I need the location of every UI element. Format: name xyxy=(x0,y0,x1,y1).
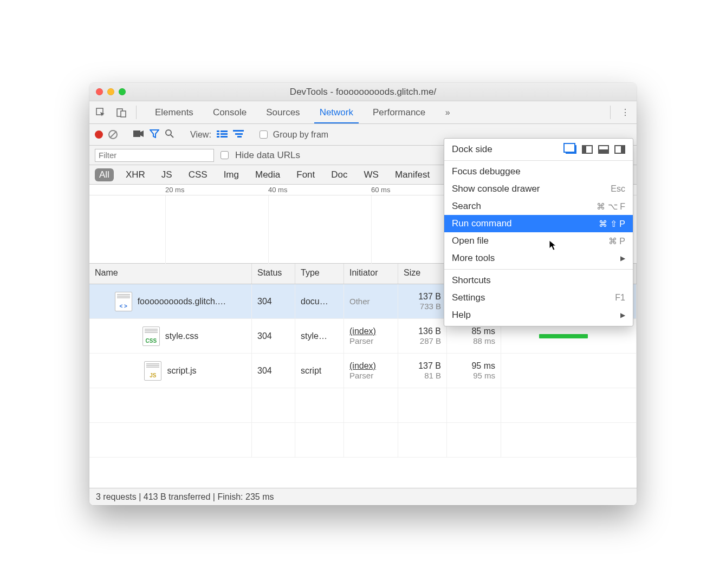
menu-item-label: Focus debuggee xyxy=(452,166,521,177)
menu-shortcut: F1 xyxy=(615,293,625,303)
dock-side-label: Dock side xyxy=(452,144,492,155)
request-name: script.js xyxy=(167,366,196,376)
svg-rect-3 xyxy=(133,130,140,137)
type-filter-img[interactable]: Img xyxy=(219,168,243,181)
cell-time: 95 ms95 ms xyxy=(447,354,501,388)
column-size[interactable]: Size xyxy=(398,264,447,284)
type-filter-ws[interactable]: WS xyxy=(360,168,383,181)
column-type[interactable]: Type xyxy=(295,264,344,284)
type-filter-css[interactable]: CSS xyxy=(184,168,212,181)
tab-performance[interactable]: Performance xyxy=(363,101,435,123)
hide-data-urls-label: Hide data URLs xyxy=(235,150,300,161)
file-html-icon: < > xyxy=(115,292,132,311)
kebab-menu-icon[interactable]: ⋮ xyxy=(617,101,633,123)
menu-item-label: Open file xyxy=(452,236,489,246)
close-window-button[interactable] xyxy=(96,88,103,95)
menu-item-search[interactable]: Search⌘ ⌥ F xyxy=(444,198,633,215)
cell-initiator: (index)Parser xyxy=(344,319,398,353)
main-tabs: ElementsConsoleSourcesNetworkPerformance xyxy=(145,101,435,123)
type-filter-all[interactable]: All xyxy=(95,168,114,181)
menu-item-more-tools[interactable]: More tools▶ xyxy=(444,250,633,267)
tab-network[interactable]: Network xyxy=(310,101,363,123)
menu-item-show-console-drawer[interactable]: Show console drawerEsc xyxy=(444,180,633,198)
menu-item-shortcuts[interactable]: Shortcuts xyxy=(444,272,633,289)
main-tabs-row: ElementsConsoleSourcesNetworkPerformance… xyxy=(89,101,637,124)
menu-item-help[interactable]: Help▶ xyxy=(444,306,633,324)
dock-right-icon[interactable] xyxy=(614,145,625,154)
cell-status: 304 xyxy=(252,354,295,388)
column-name[interactable]: Name xyxy=(89,264,252,284)
svg-rect-6 xyxy=(217,130,219,132)
menu-item-label: Shortcuts xyxy=(452,275,491,286)
titlebar: DevTools - fooooooooods.glitch.me/ xyxy=(89,83,637,101)
menu-item-label: Show console drawer xyxy=(452,184,540,194)
svg-point-4 xyxy=(166,130,171,135)
column-initiator[interactable]: Initiator xyxy=(344,264,398,284)
menu-item-open-file[interactable]: Open file⌘ P xyxy=(444,232,633,250)
type-filter-doc[interactable]: Doc xyxy=(327,168,352,181)
request-name: style.css xyxy=(165,331,198,341)
dock-left-icon[interactable] xyxy=(582,145,593,154)
view-label: View: xyxy=(190,130,211,140)
filter-input[interactable] xyxy=(95,149,214,162)
timeline-tick: 20 ms xyxy=(165,186,184,194)
submenu-arrow-icon: ▶ xyxy=(620,254,625,262)
camera-icon[interactable] xyxy=(133,130,144,140)
menu-item-label: Run command xyxy=(452,218,512,229)
menu-shortcut: ⌘ P xyxy=(608,236,625,246)
initiator-parser: Parser xyxy=(349,371,392,380)
dock-bottom-icon[interactable] xyxy=(598,145,609,154)
minimize-window-button[interactable] xyxy=(107,88,114,95)
type-filter-js[interactable]: JS xyxy=(157,168,177,181)
menu-item-settings[interactable]: SettingsF1 xyxy=(444,289,633,306)
inspect-element-icon[interactable] xyxy=(93,101,109,123)
svg-rect-7 xyxy=(221,130,228,132)
large-rows-icon[interactable] xyxy=(217,130,228,140)
type-filter-xhr[interactable]: XHR xyxy=(121,168,150,181)
search-icon[interactable] xyxy=(165,129,174,141)
clear-button[interactable] xyxy=(108,130,118,139)
tab-elements[interactable]: Elements xyxy=(145,101,203,123)
table-row[interactable]: JSscript.js304script(index)Parser137 B81… xyxy=(89,354,637,388)
cell-size: 137 B733 B xyxy=(398,284,447,318)
device-toolbar-icon[interactable] xyxy=(113,101,129,123)
status-bar: 3 requests | 413 B transferred | Finish:… xyxy=(89,488,637,505)
zoom-window-button[interactable] xyxy=(119,88,126,95)
tabs-overflow-icon[interactable]: » xyxy=(439,101,456,123)
svg-rect-12 xyxy=(233,130,244,132)
overview-icon[interactable] xyxy=(233,130,244,140)
menu-item-focus-debuggee[interactable]: Focus debuggee xyxy=(444,163,633,180)
type-filter-font[interactable]: Font xyxy=(292,168,319,181)
record-button[interactable] xyxy=(95,130,103,139)
cell-initiator: (index)Parser xyxy=(344,354,398,388)
svg-rect-10 xyxy=(217,136,219,138)
tab-console[interactable]: Console xyxy=(203,101,256,123)
column-status[interactable]: Status xyxy=(252,264,295,284)
window-title: DevTools - fooooooooods.glitch.me/ xyxy=(89,87,637,97)
menu-item-label: Search xyxy=(452,201,481,212)
request-name: fooooooooods.glitch.… xyxy=(138,297,226,306)
type-filter-media[interactable]: Media xyxy=(251,168,284,181)
menu-item-label: More tools xyxy=(452,253,495,264)
devtools-main-menu: Dock side Focus debuggeeShow console dra… xyxy=(444,138,633,326)
filter-toggle-icon[interactable] xyxy=(150,129,159,140)
menu-item-run-command[interactable]: Run command⌘ ⇧ P xyxy=(444,215,633,232)
svg-rect-13 xyxy=(235,133,243,135)
initiator-link[interactable]: (index) xyxy=(349,326,392,336)
hide-data-urls-checkbox[interactable] xyxy=(221,151,229,159)
menu-shortcut: ⌘ ⌥ F xyxy=(597,201,625,212)
dock-side-row: Dock side xyxy=(444,141,633,158)
file-css-icon: CSS xyxy=(142,326,160,346)
separator xyxy=(610,106,611,119)
type-filter-manifest[interactable]: Manifest xyxy=(391,168,434,181)
svg-rect-11 xyxy=(221,136,228,138)
group-checkbox[interactable] xyxy=(260,130,268,139)
dock-undock-icon[interactable] xyxy=(566,145,576,154)
timeline-tick: 40 ms xyxy=(268,186,287,194)
traffic-lights xyxy=(96,88,126,95)
timeline-tick: 60 ms xyxy=(371,186,390,194)
svg-rect-2 xyxy=(121,111,126,117)
cell-size: 136 B287 B xyxy=(398,319,447,353)
tab-sources[interactable]: Sources xyxy=(256,101,309,123)
initiator-link[interactable]: (index) xyxy=(349,361,392,371)
